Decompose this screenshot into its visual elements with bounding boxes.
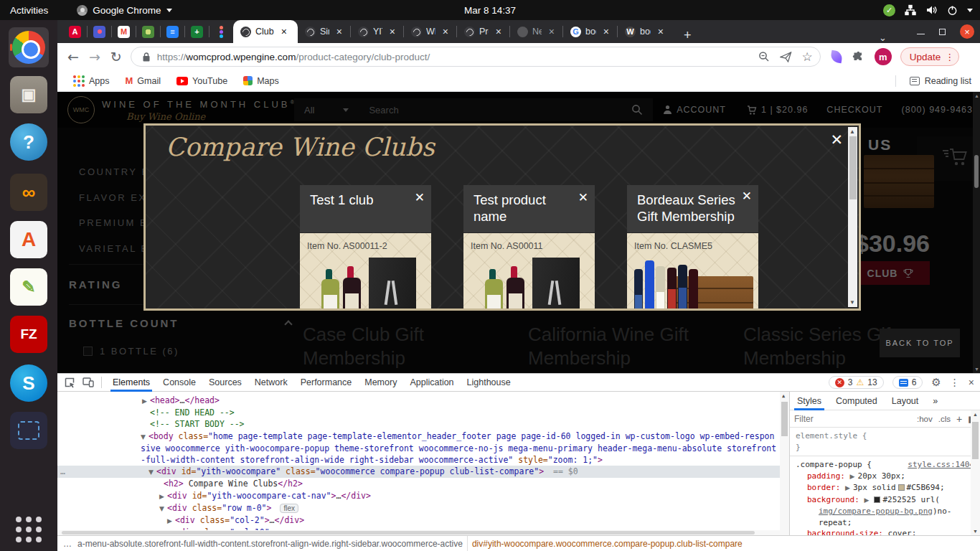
tab-new[interactable]: New × xyxy=(510,20,563,43)
pinned-tab-docs-icon[interactable]: ≡ xyxy=(166,26,179,38)
bookmark-youtube[interactable]: YouTube xyxy=(176,76,227,86)
reload-button[interactable]: ↻ xyxy=(110,49,122,65)
dock-item-filezilla[interactable]: FZ xyxy=(9,314,49,354)
scroll-down-icon[interactable]: ▼ xyxy=(974,367,979,372)
background-image-link[interactable]: img/compare-popup-bg.png xyxy=(819,507,933,516)
elements-hscrollbar[interactable] xyxy=(57,530,789,535)
styles-tab-overflow-icon[interactable]: » xyxy=(925,392,945,410)
page-scroll-thumb[interactable] xyxy=(974,155,979,188)
scroll-up-icon[interactable]: ▲ xyxy=(973,412,978,417)
color-swatch-tan[interactable] xyxy=(898,484,905,491)
dom-comment-end-head[interactable]: <!-- END HEAD --> xyxy=(57,407,789,418)
pinned-tab-avatar-icon[interactable] xyxy=(142,26,154,38)
software-update-icon[interactable]: ✓ xyxy=(883,4,895,17)
dom-comment-start-body[interactable]: <!-- START BODY --> xyxy=(57,418,789,430)
styles-scrollbar[interactable]: ▲ ▼ xyxy=(971,410,980,535)
product-image[interactable] xyxy=(300,250,431,309)
scroll-up-icon[interactable]: ▲ xyxy=(849,128,855,135)
new-style-rule-icon[interactable]: + xyxy=(956,413,962,425)
styles-scroll-thumb[interactable] xyxy=(972,422,979,459)
tab-close-icon[interactable]: × xyxy=(493,25,504,38)
tab-wp[interactable]: WP E × xyxy=(404,20,457,43)
window-close-button[interactable]: × xyxy=(960,24,974,39)
dock-item-google-chrome[interactable] xyxy=(9,27,49,67)
product-image[interactable] xyxy=(463,250,595,309)
profile-avatar[interactable]: m xyxy=(875,48,892,65)
more-icon[interactable]: ⋮ xyxy=(945,52,954,62)
devtools-tab-network[interactable]: Network xyxy=(248,374,294,392)
breadcrumb-ellipsis[interactable]: … xyxy=(63,539,72,549)
bookmark-apps[interactable]: Apps xyxy=(73,75,110,87)
card-remove-icon[interactable]: ✕ xyxy=(578,190,588,205)
devtools-more-icon[interactable]: ⋮ xyxy=(950,377,960,388)
card-remove-icon[interactable]: ✕ xyxy=(742,189,752,204)
popup-scrollbar[interactable]: ▲ ▼ xyxy=(848,127,857,307)
style-source-link[interactable]: style.css:1404 xyxy=(908,459,974,471)
console-errors-badge[interactable]: ✕ 3 ⚠ 13 xyxy=(829,376,884,389)
breadcrumb-selected[interactable]: div#yith-woocompare.woocommerce.compare-… xyxy=(472,539,743,549)
devtools-tab-lighthouse[interactable]: Lighthouse xyxy=(461,374,517,392)
forward-button[interactable]: → xyxy=(89,49,100,65)
system-tray[interactable]: ✓ xyxy=(883,4,973,17)
tab-close-icon[interactable]: × xyxy=(655,25,666,38)
new-tab-button[interactable]: + xyxy=(679,28,696,43)
scroll-down-icon[interactable]: ▼ xyxy=(973,529,978,534)
pinned-tab-app-icon[interactable] xyxy=(93,26,105,38)
tab-singl[interactable]: Singl × xyxy=(298,20,351,43)
card-remove-icon[interactable]: ✕ xyxy=(415,190,425,205)
elements-hscroll-thumb[interactable] xyxy=(62,531,755,534)
dock-item-files[interactable]: ▣ xyxy=(9,75,49,115)
flex-badge[interactable]: flex xyxy=(280,504,298,513)
tab-close-icon[interactable]: × xyxy=(546,25,557,38)
scroll-down-icon[interactable]: ▼ xyxy=(849,299,855,306)
tab-body-wordpress[interactable]: W body × xyxy=(618,20,672,43)
tab-search-chevron-icon[interactable]: ⌄ xyxy=(879,32,887,43)
dock-item-screenshot-tool[interactable] xyxy=(9,410,49,451)
devtools-tab-elements[interactable]: Elements xyxy=(106,374,156,392)
tab-club[interactable]: Club × xyxy=(233,20,298,43)
popup-close-icon[interactable]: ✕ xyxy=(830,131,843,149)
tab-body-google[interactable]: G body × xyxy=(563,20,618,43)
popup-scroll-thumb[interactable] xyxy=(849,136,857,199)
dock-item-sublime-text[interactable]: ∞ xyxy=(9,172,49,212)
feather-extension-icon[interactable] xyxy=(829,50,843,64)
clock[interactable]: Mar 8 14:37 xyxy=(464,5,516,16)
restore-button[interactable] xyxy=(939,29,946,35)
tab-close-icon[interactable]: × xyxy=(334,25,345,38)
device-toolbar-icon[interactable] xyxy=(83,377,94,387)
styles-tab-styles[interactable]: Styles xyxy=(790,392,829,410)
bookmark-maps[interactable]: Maps xyxy=(243,76,279,86)
tab-close-icon[interactable]: × xyxy=(440,25,451,38)
reading-list-button[interactable]: Reading list xyxy=(895,75,971,87)
address-bar[interactable]: https://womcprod.wpengine.com/product-ca… xyxy=(131,47,821,67)
pinned-tab-sheets-icon[interactable]: + xyxy=(191,26,203,38)
zoom-icon[interactable] xyxy=(758,51,770,62)
inspect-element-icon[interactable] xyxy=(65,377,75,388)
minimize-button[interactable] xyxy=(917,34,925,34)
devtools-tab-console[interactable]: Console xyxy=(156,374,202,392)
elements-scroll-thumb[interactable] xyxy=(781,402,788,436)
dock-item-ubuntu-software[interactable]: A xyxy=(9,220,49,260)
devtools-close-icon[interactable]: × xyxy=(969,377,974,388)
extensions-puzzle-icon[interactable] xyxy=(852,51,864,63)
dom-node-body[interactable]: ▼<body class="home page-template page-te… xyxy=(57,430,779,466)
styles-tab-computed[interactable]: Computed xyxy=(829,392,885,410)
tab-close-icon[interactable]: × xyxy=(387,25,398,38)
pinned-tab-angular-icon[interactable]: A xyxy=(69,26,81,38)
page-scrollbar[interactable]: ▲ ▼ xyxy=(973,92,980,373)
scroll-up-icon[interactable]: ▲ xyxy=(974,93,979,98)
elements-scrollbar[interactable]: ▲ xyxy=(780,392,789,531)
dom-node-col-2[interactable]: ▶<div class="col-2">…</div> xyxy=(57,514,789,527)
tab-prod[interactable]: Prod × xyxy=(457,20,510,43)
devtools-tab-performance[interactable]: Performance xyxy=(294,374,359,392)
styles-filter-input[interactable] xyxy=(794,414,860,424)
dock-item-show-applications[interactable] xyxy=(9,509,49,550)
scroll-up-icon[interactable]: ▲ xyxy=(782,393,785,399)
dom-node-yith-woocompare-selected[interactable]: … ▼<div id="yith-woocompare" class="wooc… xyxy=(57,466,789,478)
back-to-top-button[interactable]: BACK TO TOP xyxy=(880,329,960,357)
pinned-tab-figma-icon[interactable] xyxy=(215,26,227,38)
pinned-tab-gmail-icon[interactable]: M xyxy=(118,26,130,38)
element-style-block[interactable]: element.style { } xyxy=(790,428,980,456)
cls-toggle[interactable]: .cls xyxy=(938,415,951,423)
dom-node-h2[interactable]: <h2> Compare Wine Clubs</h2> xyxy=(57,478,789,489)
